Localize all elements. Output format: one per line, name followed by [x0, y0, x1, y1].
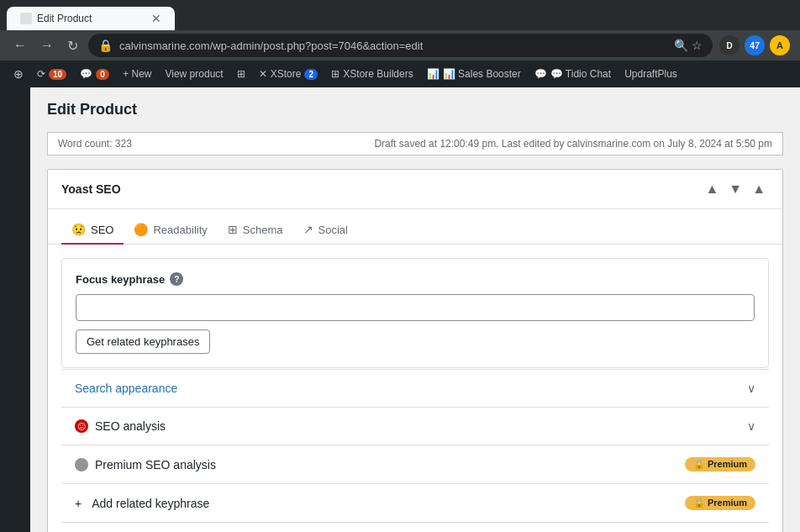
yoast-tab-body: Focus keyphrase ? Get related keyphrases — [48, 245, 782, 532]
related-keyphrases-btn-label: Get related keyphrases — [87, 335, 199, 348]
chat-icon: 💬 — [534, 68, 547, 80]
search-icon[interactable]: 🔍 — [674, 39, 688, 52]
social-tab-icon: ↗ — [303, 223, 313, 236]
tab-close-button[interactable]: ✕ — [151, 12, 161, 25]
help-icon[interactable]: ? — [170, 272, 183, 286]
seo-analysis-label: SEO analysis — [95, 419, 166, 433]
schema-tab-label: Schema — [243, 224, 283, 236]
updates-icon: ⟳ — [37, 68, 45, 80]
add-related-premium-badge: 🔒 Premium — [685, 496, 755, 510]
help-icon-text: ? — [174, 275, 179, 284]
admin-bar-sales-booster[interactable]: 📊 📊 Sales Booster — [420, 61, 528, 87]
keyphrase-label-text: Focus keyphrase — [76, 273, 165, 286]
bookmark-icon[interactable]: ☆ — [692, 39, 703, 52]
seo-analysis-chevron-icon: ∨ — [747, 419, 755, 433]
comments-icon: 💬 — [80, 68, 92, 80]
profile-number-avatar[interactable]: 47 — [745, 35, 765, 55]
view-product-label: View product — [165, 68, 223, 80]
chart-icon: 📊 — [427, 68, 439, 80]
collapse-up-button[interactable]: ▲ — [702, 180, 722, 198]
lock-icon: 🔒 — [98, 39, 113, 52]
keyphrase-input[interactable] — [76, 294, 755, 321]
search-appearance-row[interactable]: Search appearance ∨ — [61, 369, 769, 407]
wp-logo-item[interactable]: ⊕ — [7, 61, 30, 87]
word-count: Word count: 323 — [58, 138, 132, 150]
seo-analysis-left: ☹ SEO analysis — [75, 419, 166, 433]
profile-area: D 47 A — [719, 35, 790, 55]
tab-schema[interactable]: ⊞ Schema — [218, 216, 293, 245]
forward-button[interactable]: → — [37, 34, 57, 56]
tidio-label: 💬 Tidio Chat — [550, 68, 611, 80]
draft-status-text: Draft saved at 12:00:49 pm. Last edited … — [374, 138, 772, 150]
collapse-down-button[interactable]: ▼ — [725, 180, 745, 198]
page-title: Edit Product — [47, 101, 783, 119]
active-tab[interactable]: Edit Product ✕ — [7, 7, 175, 30]
tab-title: Edit Product — [37, 13, 92, 24]
focus-keyphrase-block: Focus keyphrase ? Get related keyphrases — [61, 258, 769, 368]
search-appearance-left: Search appearance — [75, 382, 177, 395]
keyphrase-label-row: Focus keyphrase ? — [76, 272, 755, 286]
premium-seo-badge: 🔒 Premium — [685, 457, 755, 471]
admin-bar-updraft[interactable]: UpdraftPlus — [618, 61, 684, 87]
yoast-panel-controls: ▲ ▼ ▲ — [702, 180, 769, 198]
grid-icon: ⊞ — [331, 68, 339, 80]
back-button[interactable]: ← — [10, 34, 30, 56]
panel-collapse-button[interactable]: ▲ — [749, 180, 769, 198]
tab-seo[interactable]: 😟 SEO — [61, 216, 124, 245]
browser-omnibar-row: ← → ↻ 🔒 calvinsmarine.com/wp-admin/post.… — [0, 30, 800, 61]
add-related-label: Add related keyphrase — [92, 497, 209, 510]
admin-bar-xstore-builders[interactable]: ⊞ XStore Builders — [324, 61, 419, 87]
url-text: calvinsmarine.com/wp-admin/post.php?post… — [119, 40, 667, 52]
updraft-label: UpdraftPlus — [624, 68, 677, 80]
yoast-panel-title: Yoast SEO — [61, 182, 121, 196]
wp-logo-icon: ⊕ — [13, 67, 24, 81]
new-label: + New — [123, 68, 151, 80]
readability-tab-icon: 🟠 — [134, 223, 148, 236]
yoast-tabs: 😟 SEO 🟠 Readability ⊞ Schema ↗ Social — [48, 209, 782, 245]
search-appearance-label: Search appearance — [75, 382, 177, 395]
admin-bar-comments[interactable]: 💬 0 — [73, 61, 116, 87]
comments-badge: 0 — [96, 69, 109, 80]
wp-content-area: Edit Product Word count: 323 Draft saved… — [30, 87, 800, 532]
xstore-label: XStore — [271, 68, 302, 80]
premium-seo-row[interactable]: Premium SEO analysis 🔒 Premium — [61, 445, 769, 483]
wp-admin-bar: ⊕ ⟳ 10 💬 0 + New View product ⊞ ✕ XStore… — [0, 61, 800, 87]
tab-readability[interactable]: 🟠 Readability — [124, 216, 217, 245]
seo-tab-label: SEO — [91, 224, 113, 236]
yoast-panel-header: Yoast SEO ▲ ▼ ▲ — [48, 170, 782, 209]
readability-tab-label: Readability — [153, 224, 207, 236]
draft-status-bar: Word count: 323 Draft saved at 12:00:49 … — [47, 132, 783, 155]
premium-seo-status-icon — [75, 458, 88, 471]
admin-bar-woo-icon: ⊞ — [230, 61, 252, 87]
add-related-left: + Add related keyphrase — [75, 497, 209, 510]
admin-bar-new[interactable]: + New — [116, 61, 158, 87]
admin-bar-xstore[interactable]: ✕ XStore 2 — [252, 61, 325, 87]
yoast-seo-panel: Yoast SEO ▲ ▼ ▲ 😟 SEO 🟠 Readability — [47, 169, 783, 532]
seo-analysis-row[interactable]: ☹ SEO analysis ∨ — [61, 407, 769, 445]
search-appearance-chevron-icon: ∨ — [747, 382, 755, 395]
seo-tab-icon: 😟 — [71, 223, 86, 236]
admin-bar-tidio[interactable]: 💬 💬 Tidio Chat — [528, 61, 618, 87]
wp-sidebar — [0, 87, 30, 532]
admin-bar-updates[interactable]: ⟳ 10 — [30, 61, 73, 87]
reload-button[interactable]: ↻ — [64, 34, 82, 57]
updates-badge: 10 — [49, 69, 66, 80]
premium-seo-badge-label: 🔒 Premium — [693, 459, 747, 470]
profile-d-avatar[interactable]: D — [719, 35, 739, 55]
social-tab-label: Social — [318, 224, 348, 236]
add-related-prefix: + — [75, 497, 82, 510]
get-related-keyphrases-button[interactable]: Get related keyphrases — [76, 329, 210, 354]
xstore-badge: 2 — [304, 69, 318, 80]
sales-booster-label: 📊 Sales Booster — [443, 68, 521, 80]
address-bar[interactable]: 🔒 calvinsmarine.com/wp-admin/post.php?po… — [88, 34, 713, 57]
add-related-badge-label: 🔒 Premium — [693, 498, 747, 508]
focus-keyphrase-section: Focus keyphrase ? Get related keyphrases — [62, 259, 768, 367]
wp-main-layout: Edit Product Word count: 323 Draft saved… — [0, 87, 800, 532]
extension-icon[interactable]: A — [770, 35, 790, 55]
seo-analysis-status-icon: ☹ — [75, 419, 88, 433]
track-seo-row[interactable]: Track SEO performance 📊 — [61, 522, 769, 532]
admin-bar-view-product[interactable]: View product — [158, 61, 229, 87]
schema-tab-icon: ⊞ — [228, 223, 238, 236]
tab-social[interactable]: ↗ Social — [293, 216, 358, 245]
add-related-keyphrase-row[interactable]: + Add related keyphrase 🔒 Premium — [61, 483, 769, 522]
